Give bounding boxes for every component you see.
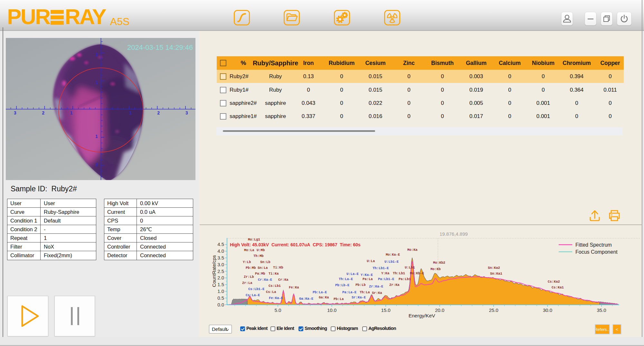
svg-text:2: 2 [95,52,98,57]
svg-text:1: 1 [95,134,98,139]
svg-text:Y:Ka-E: Y:Ka-E [361,273,373,277]
svg-text:2.0: 2.0 [217,275,224,280]
svg-text:1: 1 [95,80,98,85]
svg-text:CountRate/cps: CountRate/cps [211,255,217,287]
svg-text:Ga:Ka-E: Ga:Ka-E [299,297,313,301]
svg-text:2: 2 [42,110,45,115]
svg-text:Pa:La: Pa:La [363,277,373,281]
svg-text:Zr:Ka-E: Zr:Ka-E [369,285,383,288]
svg-text:Mo:Lg1: Mo:Lg1 [248,238,260,241]
svg-text:Focus Component: Focus Component [575,249,618,255]
svg-text:Energy/KeV: Energy/KeV [409,313,435,318]
svg-text:Mo:Kb: Mo:Kb [431,267,441,271]
svg-text:19.876,4.899: 19.876,4.899 [440,231,468,237]
svg-text:Pb:La-E: Pb:La-E [313,290,327,294]
svg-text:1.0: 1.0 [217,288,224,294]
svg-text:High Volt: 45.03kV Current: 6: High Volt: 45.03kV Current: 601.07uA CPS… [230,242,361,247]
svg-text:Th:Mb: Th:Mb [253,254,264,258]
svg-text:1.5: 1.5 [217,282,224,287]
svg-text:3: 3 [185,110,188,115]
svg-text:Pb:Lb: Pb:Lb [355,283,366,287]
svg-text:U:La-E: U:La-E [346,272,359,276]
svg-text:Mo:Kb-E: Mo:Kb-E [410,271,424,275]
svg-text:U:Lb1-E: U:Lb1-E [384,260,399,264]
svg-text:Cs:Ka2: Cs:Ka2 [548,280,560,284]
svg-text:Fe:Ka: Fe:Ka [289,286,299,289]
svg-text:3.5: 3.5 [217,255,224,260]
svg-text:Cr:Ka-E: Cr:Ka-E [258,278,272,282]
svg-text:3.0: 3.0 [217,262,224,267]
svg-text:3: 3 [14,110,16,115]
svg-text:Pb:Lb-E: Pb:Lb-E [335,283,349,287]
svg-text:Pb:Mb: Pb:Mb [246,266,256,270]
svg-text:Pa:La-E: Pa:La-E [342,290,356,294]
svg-text:Cs:Lb1-E: Cs:Lb1-E [248,287,264,291]
svg-text:Ga:Ka: Ga:Ka [319,296,329,299]
svg-text:Sn:La: Sn:La [258,266,268,270]
svg-text:Y:Lb: Y:Lb [243,260,251,264]
svg-text:2.5: 2.5 [217,269,224,274]
svg-text:2: 2 [157,110,160,115]
svg-text:Sn:Lb: Sn:Lb [260,260,270,264]
svg-text:Th:Lb1: Th:Lb1 [393,271,405,275]
svg-text:Pa:Lb1: Pa:Lb1 [399,277,411,281]
svg-text:Sn:Ka2: Sn:Ka2 [488,266,500,270]
svg-text:Mo:Ka-E: Mo:Ka-E [386,253,400,257]
svg-text:Cs:Lb1: Cs:Lb1 [269,284,281,288]
svg-text:Mo:La: Mo:La [244,248,254,252]
svg-text:15.0: 15.0 [381,307,390,313]
svg-text:1: 1 [70,110,73,115]
svg-text:U:La: U:La [367,259,375,263]
svg-text:20.0: 20.0 [435,307,444,313]
svg-text:Fe:Ka-E: Fe:Ka-E [269,296,283,300]
svg-text:Pa:Lb1-E: Pa:Lb1-E [378,277,394,281]
svg-text:2024-03-15 14:29:46: 2024-03-15 14:29:46 [127,43,193,51]
svg-text:U:Mb: U:Mb [257,248,265,252]
svg-text:30.0: 30.0 [543,307,552,313]
svg-text:Th:La-E: Th:La-E [339,277,353,281]
svg-text:Cs:La: Cs:La [266,290,276,294]
svg-text:Zr:La: Zr:La [242,281,252,285]
svg-text:Th:La: Th:La [360,290,370,294]
svg-text:Y:Ka: Y:Ka [381,271,390,275]
svg-text:Sn:Ka1: Sn:Ka1 [490,272,502,276]
svg-text:4.0: 4.0 [217,248,224,254]
svg-text:Fitted Spectrum: Fitted Spectrum [575,242,612,248]
svg-text:0.0: 0.0 [217,302,224,307]
svg-text:0.5: 0.5 [217,295,224,301]
svg-text:5.0: 5.0 [275,307,281,313]
svg-text:Sr:Ka-E: Sr:Ka-E [352,296,366,299]
svg-text:Zr:Ka: Zr:Ka [389,283,400,287]
svg-text:Mo:Kb2: Mo:Kb2 [433,261,445,265]
svg-text:Cs:Ka1: Cs:Ka1 [552,286,564,289]
svg-text:U:Lb1: U:Lb1 [405,266,415,269]
svg-text:10.0: 10.0 [327,307,336,313]
svg-text:Mo:Ka: Mo:Ka [407,248,418,252]
svg-text:35.0: 35.0 [597,307,606,313]
svg-text:Sr:Ka: Sr:Ka [372,291,382,295]
svg-text:4.5: 4.5 [217,241,224,247]
svg-text:Cr:Ka: Cr:Ka [278,278,289,282]
svg-text:Zr:Lb: Zr:Lb [244,275,254,279]
svg-text:Pb:La: Pb:La [334,297,344,301]
svg-text:25.0: 25.0 [489,307,498,313]
svg-text:Ti:Kb: Ti:Kb [273,266,283,269]
svg-text:1: 1 [129,110,132,115]
svg-text:Ti:Ka: Ti:Ka [269,272,279,276]
svg-text:Cs:La-E: Cs:La-E [246,293,260,297]
svg-text:2: 2 [95,162,98,167]
svg-text:Pa:Mb: Pa:Mb [255,272,265,276]
svg-text:Th:Lb1-E: Th:Lb1-E [373,266,389,270]
